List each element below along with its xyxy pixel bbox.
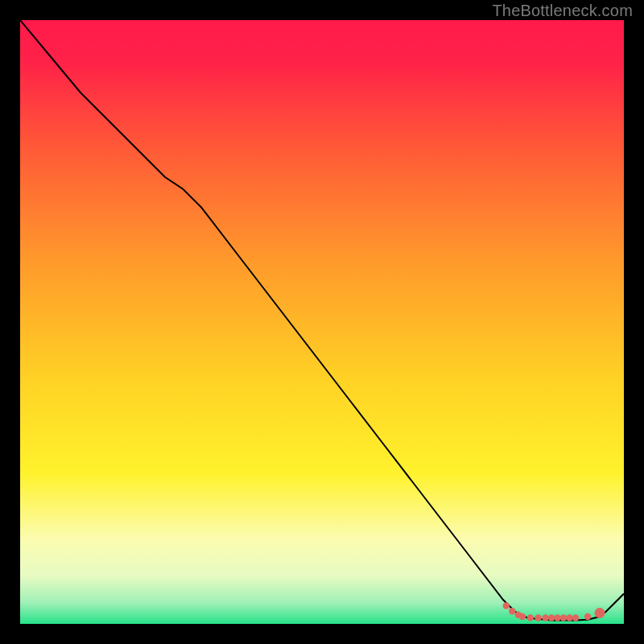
- marker-dot: [503, 602, 510, 609]
- marker-dot: [542, 614, 548, 621]
- chart-frame: TheBottleneck.com: [0, 0, 644, 644]
- marker-dot: [535, 614, 541, 621]
- marker-dot: [554, 614, 560, 621]
- marker-dot: [519, 613, 526, 620]
- marker-dot: [527, 614, 534, 621]
- marker-dot-large: [595, 608, 605, 618]
- marker-dot: [584, 613, 591, 620]
- marker-dot: [560, 614, 567, 621]
- marker-dot: [548, 614, 555, 621]
- marker-dot: [566, 614, 572, 621]
- marker-dot: [572, 614, 579, 621]
- marker-dot: [509, 608, 515, 614]
- watermark-text: TheBottleneck.com: [492, 2, 633, 20]
- gradient-background: [20, 20, 624, 624]
- bottleneck-chart: [20, 20, 624, 624]
